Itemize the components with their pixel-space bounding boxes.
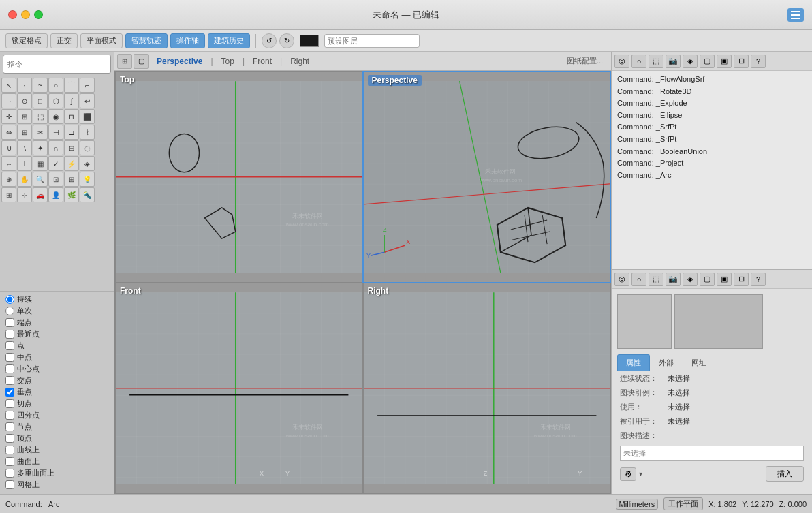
array-tool[interactable]: ⊞ — [17, 125, 32, 140]
join-tool[interactable]: ∩ — [48, 140, 63, 155]
prop-toolbar-frame[interactable]: ▢ — [700, 273, 715, 286]
magnify-tool[interactable]: 🔍 — [33, 172, 48, 187]
offset-tool[interactable]: ⊐ — [64, 125, 79, 140]
fit-tool[interactable]: ⊡ — [48, 172, 63, 187]
blend-tool[interactable]: ⌇ — [80, 125, 95, 140]
vp-tab-top[interactable]: Top — [215, 55, 241, 67]
maximize-button[interactable] — [34, 10, 43, 19]
cmd-toolbar-help[interactable]: ? — [751, 55, 766, 68]
rotate-ccw-button[interactable]: ↻ — [279, 33, 294, 48]
snap-tangent-check[interactable] — [5, 399, 14, 408]
cube-tool[interactable]: ⬚ — [33, 109, 48, 124]
cylinder-tool[interactable]: ⊓ — [64, 109, 79, 124]
light-tool[interactable]: 💡 — [80, 172, 95, 187]
close-button[interactable] — [8, 10, 17, 19]
extend-tool[interactable]: ⊣ — [48, 125, 63, 140]
prop-toolbar-sphere[interactable]: ◎ — [614, 273, 629, 286]
prop-toolbar-ring[interactable]: ○ — [631, 273, 646, 286]
snap-midpoint-check[interactable] — [5, 353, 14, 362]
layer-input[interactable] — [324, 34, 420, 48]
rotate-cw-button[interactable]: ↺ — [262, 33, 277, 48]
snap-knot-check[interactable] — [5, 422, 14, 431]
explode-tool[interactable]: ✦ — [33, 140, 48, 155]
sphere-tool[interactable]: ◉ — [48, 109, 63, 124]
cmd-toolbar-ring[interactable]: ○ — [631, 55, 646, 68]
cmd-toolbar-panel1[interactable]: ▣ — [717, 55, 732, 68]
unit-selector[interactable]: Millimeters — [616, 499, 659, 510]
cmd-toolbar-render[interactable]: ◈ — [683, 55, 698, 68]
viewport-top[interactable]: Top — [116, 72, 362, 282]
vp-tab-right[interactable]: Right — [283, 55, 316, 67]
vp-grid-icon[interactable]: ⊞ — [117, 54, 132, 69]
snap-vertex-check[interactable] — [5, 434, 14, 443]
vp-tab-front[interactable]: Front — [246, 55, 279, 67]
snap-perp-check[interactable] — [5, 388, 14, 397]
operation-axis-button[interactable]: 操作轴 — [170, 33, 205, 48]
viewport-config-button[interactable]: 图纸配置... — [567, 56, 608, 66]
cmd-toolbar-box[interactable]: ⬚ — [649, 55, 663, 68]
arc-tool[interactable]: ⌒ — [64, 78, 79, 93]
rect-tool[interactable]: □ — [33, 93, 48, 108]
move-tool[interactable]: ✛ — [1, 109, 16, 124]
analyze-tool[interactable]: ⚡ — [64, 156, 79, 171]
plant-tool[interactable]: 🌿 — [64, 187, 79, 202]
lamp-tool[interactable]: 🔦 — [80, 187, 95, 202]
zoom-tool[interactable]: ⊕ — [1, 172, 16, 187]
viewport-front[interactable]: Front X Y — [116, 283, 362, 493]
ortho-button[interactable]: 正交 — [50, 33, 78, 48]
cmd-toolbar-frame[interactable]: ▢ — [700, 55, 715, 68]
select-tool[interactable]: ↖ — [1, 78, 16, 93]
prop-tab-url[interactable]: 网址 — [683, 354, 715, 371]
prop-toolbar-render[interactable]: ◈ — [683, 273, 698, 286]
fillet-tool[interactable]: ⌐ — [80, 78, 95, 93]
hatch-tool[interactable]: ▦ — [33, 156, 48, 171]
grid-tool[interactable]: ⊞ — [1, 187, 16, 202]
boolean-diff-tool[interactable]: ∖ — [17, 140, 32, 155]
view-tool[interactable]: ⊞ — [64, 172, 79, 187]
lock-grid-button[interactable]: 锁定格点 — [5, 33, 48, 48]
prop-insert-button[interactable]: 插入 — [766, 466, 804, 482]
person-tool[interactable]: 👤 — [48, 187, 63, 202]
scale-tool[interactable]: ⊞ — [17, 109, 32, 124]
group-tool[interactable]: ⊟ — [64, 140, 79, 155]
cmd-toolbar-sphere[interactable]: ◎ — [614, 55, 629, 68]
color-swatch[interactable] — [300, 35, 319, 47]
snap-continuous-radio[interactable] — [5, 295, 14, 304]
snap-on-surface-check[interactable] — [5, 457, 14, 466]
vp-tab-perspective[interactable]: Perspective — [150, 55, 209, 67]
rotate-tool[interactable]: ↩ — [80, 93, 95, 108]
prop-tab-attributes[interactable]: 属性 — [617, 354, 650, 371]
mirror-tool[interactable]: ⇔ — [1, 125, 16, 140]
prop-toolbar-box[interactable]: ⬚ — [649, 273, 663, 286]
snap-nearest-check[interactable] — [5, 330, 14, 339]
arrow-tool[interactable]: → — [1, 93, 16, 108]
cmd-toolbar-panel2[interactable]: ⊟ — [734, 55, 749, 68]
prop-desc-input[interactable] — [620, 446, 804, 461]
check-tool[interactable]: ✓ — [48, 156, 63, 171]
vp-rect-icon[interactable]: ▢ — [134, 54, 149, 69]
minimize-button[interactable] — [21, 10, 30, 19]
hide-tool[interactable]: ◌ — [80, 140, 95, 155]
circle-tool[interactable]: ○ — [48, 78, 63, 93]
snap-center-check[interactable] — [5, 364, 14, 373]
planar-button[interactable]: 平面模式 — [80, 33, 123, 48]
prop-toolbar-panel2[interactable]: ⊟ — [734, 273, 749, 286]
snap-endpoint-check[interactable] — [5, 318, 14, 327]
snap-tool[interactable]: ⊹ — [17, 187, 32, 202]
text-tool[interactable]: T — [17, 156, 32, 171]
prop-dropdown-arrow[interactable]: ▾ — [639, 470, 642, 478]
snap-on-curve-check[interactable] — [5, 446, 14, 454]
render-tool[interactable]: ◈ — [80, 156, 95, 171]
dim-tool[interactable]: ↔ — [1, 156, 16, 171]
prop-tab-external[interactable]: 外部 — [650, 354, 683, 371]
snap-single-radio[interactable] — [5, 307, 14, 315]
boolean-union-tool[interactable]: ∪ — [1, 140, 16, 155]
sidebar-toggle-button[interactable] — [787, 8, 804, 22]
surface-tool[interactable]: ⬛ — [80, 109, 95, 124]
prop-toolbar-help[interactable]: ? — [751, 273, 766, 286]
car-tool[interactable]: 🚗 — [33, 187, 48, 202]
prop-toolbar-panel1[interactable]: ▣ — [717, 273, 732, 286]
workplane-button[interactable]: 工作平面 — [663, 497, 703, 510]
viewport-right[interactable]: Right Z Y — [364, 283, 610, 493]
spline-tool[interactable]: ∫ — [64, 93, 79, 108]
